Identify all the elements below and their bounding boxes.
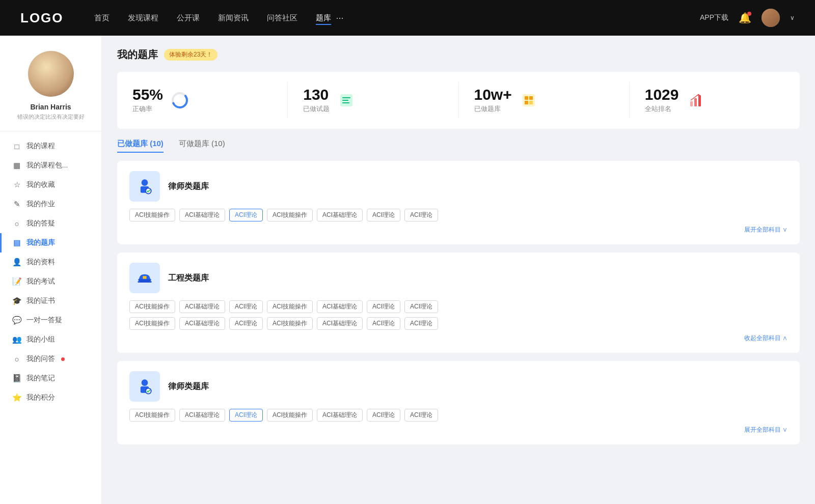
sidebar-item-homework[interactable]: ✎ 我的作业 <box>0 194 101 214</box>
nav-item-home[interactable]: 首页 <box>94 13 110 23</box>
svg-rect-4 <box>342 100 348 101</box>
tag-0-4[interactable]: ACI基础理论 <box>317 209 363 221</box>
bank-tags-0: ACI技能操作 ACI基础理论 ACI理论 ACI技能操作 ACI基础理论 AC… <box>129 209 787 221</box>
tag-0-0[interactable]: ACI技能操作 <box>129 209 175 221</box>
tag-2-0[interactable]: ACI技能操作 <box>129 409 175 422</box>
nav-more[interactable]: ··· <box>336 13 344 23</box>
tag-1-4[interactable]: ACI基础理论 <box>317 300 363 313</box>
nav-item-question-bank[interactable]: 题库 <box>316 13 331 23</box>
tag-2-6[interactable]: ACI理论 <box>404 409 438 422</box>
tag-1-0[interactable]: ACI技能操作 <box>129 300 175 313</box>
tag-1-3[interactable]: ACI技能操作 <box>267 300 313 313</box>
sidebar-item-profile[interactable]: 👤 我的资料 <box>0 253 101 272</box>
nav-item-news[interactable]: 新闻资讯 <box>218 13 249 23</box>
svg-rect-7 <box>525 96 528 100</box>
bank-card-2: 律师类题库 ACI技能操作 ACI基础理论 ACI理论 ACI技能操作 ACI基… <box>117 361 800 444</box>
tag-0-6[interactable]: ACI理论 <box>404 209 438 221</box>
logo[interactable]: LOGO <box>20 10 64 26</box>
tag-2-2[interactable]: ACI理论 <box>229 409 263 422</box>
tag-1-5[interactable]: ACI理论 <box>367 300 400 313</box>
tag-0-2[interactable]: ACI理论 <box>229 209 263 221</box>
sidebar-item-certificates[interactable]: 🎓 我的证书 <box>0 291 101 311</box>
qa-badge <box>61 357 65 361</box>
points-icon: ⭐ <box>12 393 21 402</box>
tag-1-7[interactable]: ACI技能操作 <box>129 317 175 330</box>
nav-item-open-course[interactable]: 公开课 <box>177 13 200 23</box>
star-icon: ☆ <box>12 180 21 189</box>
svg-rect-9 <box>525 101 528 104</box>
bar-up-icon <box>688 92 704 108</box>
expand-link-2[interactable]: 展开全部科目 ∨ <box>129 426 787 434</box>
sidebar-item-points[interactable]: ⭐ 我的积分 <box>0 388 101 407</box>
bank-icon: ▤ <box>12 238 21 247</box>
tag-1-11[interactable]: ACI基础理论 <box>317 317 363 330</box>
expand-link-0[interactable]: 展开全部科目 ∨ <box>129 226 787 234</box>
svg-rect-20 <box>139 279 151 282</box>
accuracy-chart-icon <box>170 91 189 110</box>
svg-rect-12 <box>694 98 697 106</box>
bank-card-1: 工程类题库 ACI技能操作 ACI基础理论 ACI理论 ACI技能操作 ACI基… <box>117 253 800 353</box>
profile-avatar[interactable] <box>28 51 74 97</box>
sidebar-item-question-bank[interactable]: ▤ 我的题库 <box>0 233 101 253</box>
tag-0-5[interactable]: ACI理论 <box>367 209 400 221</box>
sidebar-item-packages[interactable]: ▦ 我的课程包... <box>0 156 101 175</box>
tag-0-1[interactable]: ACI基础理论 <box>179 209 225 221</box>
tag-2-5[interactable]: ACI理论 <box>367 409 400 422</box>
sidebar-item-my-qa[interactable]: ○ 我的问答 <box>0 349 101 369</box>
svg-rect-13 <box>698 95 701 106</box>
expand-link-1[interactable]: 收起全部科目 ∧ <box>129 334 787 343</box>
sidebar-item-favorites[interactable]: ☆ 我的收藏 <box>0 175 101 194</box>
stat-banks-label: 已做题库 <box>474 104 512 114</box>
nav-item-discover[interactable]: 发现课程 <box>128 13 158 23</box>
tag-2-3[interactable]: ACI技能操作 <box>267 409 313 422</box>
page-title: 我的题库 <box>117 48 158 62</box>
sidebar-item-groups[interactable]: 👥 我的小组 <box>0 330 101 349</box>
sidebar-item-1on1[interactable]: 💬 一对一答疑 <box>0 311 101 330</box>
svg-rect-5 <box>342 102 349 103</box>
bank-tags-1-row2: ACI技能操作 ACI基础理论 ACI理论 ACI技能操作 ACI基础理论 AC… <box>129 317 787 330</box>
page-header: 我的题库 体验剩余23天！ <box>117 48 800 62</box>
tag-1-6[interactable]: ACI理论 <box>404 300 438 313</box>
stat-accuracy-number: 55% <box>132 87 163 102</box>
notification-bell[interactable]: 🔔 <box>739 12 751 24</box>
nav-menu: 首页 发现课程 公开课 新闻资讯 问答社区 题库 <box>94 13 331 23</box>
stats-row: 55% 正确率 130 已做试题 <box>117 72 800 129</box>
tag-1-9[interactable]: ACI理论 <box>229 317 263 330</box>
notes-icon: 📓 <box>12 374 21 383</box>
tag-0-3[interactable]: ACI技能操作 <box>267 209 313 221</box>
sidebar-item-courses[interactable]: □ 我的课程 <box>0 136 101 156</box>
nav-item-qa[interactable]: 问答社区 <box>267 13 297 23</box>
exam-icon: 📝 <box>12 277 21 286</box>
cert-icon: 🎓 <box>12 296 21 305</box>
chat-icon: 💬 <box>12 316 21 325</box>
lawyer-icon <box>129 171 160 202</box>
main-content: 我的题库 体验剩余23天！ 55% 正确率 <box>102 36 815 504</box>
sidebar-item-qa-mine[interactable]: ○ 我的答疑 <box>0 214 101 233</box>
svg-rect-11 <box>690 101 693 106</box>
tab-done[interactable]: 已做题库 (10) <box>117 139 164 153</box>
sidebar-label-exams: 我的考试 <box>26 277 55 286</box>
tag-1-10[interactable]: ACI技能操作 <box>267 317 313 330</box>
chevron-down-icon[interactable]: ∨ <box>790 14 795 21</box>
tag-1-1[interactable]: ACI基础理论 <box>179 300 225 313</box>
question-icon: ○ <box>12 219 21 228</box>
done-banks-icon <box>519 91 538 110</box>
tag-1-13[interactable]: ACI理论 <box>404 317 438 330</box>
tag-1-2[interactable]: ACI理论 <box>229 300 263 313</box>
svg-rect-21 <box>138 281 151 283</box>
tag-1-8[interactable]: ACI基础理论 <box>179 317 225 330</box>
app-download-link[interactable]: APP下载 <box>700 13 728 22</box>
svg-rect-6 <box>523 94 535 106</box>
avatar[interactable] <box>762 9 780 27</box>
done-questions-icon <box>337 91 356 110</box>
edit-icon: ✎ <box>12 200 21 209</box>
svg-rect-22 <box>143 276 146 278</box>
tag-2-4[interactable]: ACI基础理论 <box>317 409 363 422</box>
sidebar-item-exams[interactable]: 📝 我的考试 <box>0 272 101 291</box>
tag-2-1[interactable]: ACI基础理论 <box>179 409 225 422</box>
tag-1-12[interactable]: ACI理论 <box>367 317 400 330</box>
trial-badge: 体验剩余23天！ <box>164 49 218 61</box>
tab-available[interactable]: 可做题库 (10) <box>179 139 225 153</box>
sidebar-item-notes[interactable]: 📓 我的笔记 <box>0 369 101 388</box>
sidebar-label-notes: 我的笔记 <box>26 374 55 383</box>
